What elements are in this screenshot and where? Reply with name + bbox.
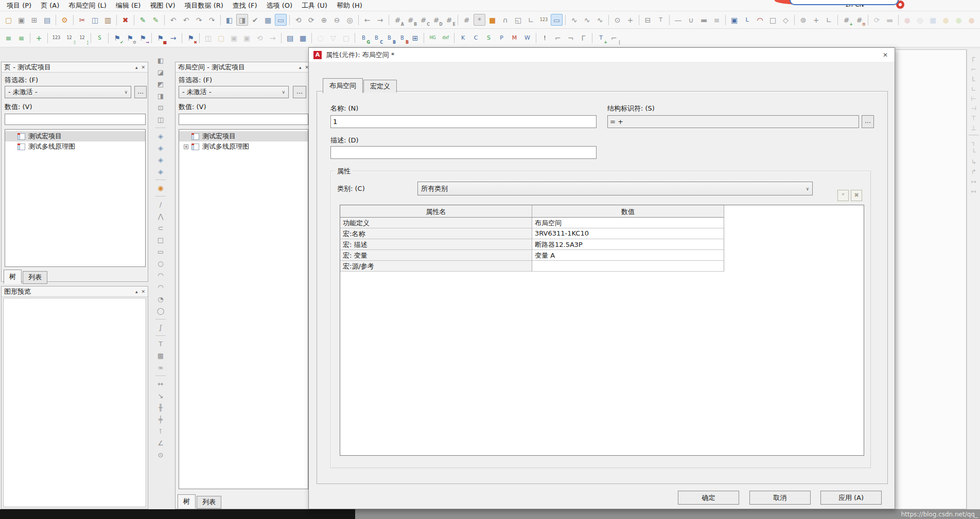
frame-corner-br-icon[interactable]: ∟ — [969, 84, 979, 94]
check-settings-icon[interactable]: ⚑⚙ — [124, 32, 136, 44]
magnet-snap-icon[interactable]: ∩ — [499, 14, 511, 26]
navigator-bc-icon[interactable]: BC — [371, 32, 382, 44]
line-tool-icon[interactable]: / — [154, 199, 167, 210]
pin-map-alt-icon[interactable]: ↤ — [969, 186, 979, 196]
layer-green-icon[interactable]: ● — [953, 14, 965, 26]
gem-view-2-icon[interactable]: ◈ — [154, 142, 167, 154]
filter-more-button[interactable]: … — [134, 86, 147, 98]
filter-dropdown[interactable]: - 未激活 - ∨ — [5, 86, 131, 98]
grid-size-d-icon[interactable]: #D — [430, 14, 442, 26]
hyperlink-tool-icon[interactable]: ∞ — [154, 362, 167, 373]
refresh-icon[interactable]: ⟲ — [292, 14, 304, 26]
table-row[interactable]: 宏: 描述断路器12.5A3P — [340, 239, 724, 250]
flat-bar-icon[interactable]: ▬ — [884, 14, 896, 26]
t-junction-icon[interactable]: ≡ — [711, 14, 723, 26]
connect-symbol-icon[interactable]: → — [167, 32, 179, 44]
route-corner-icon[interactable]: ┐ — [969, 137, 979, 147]
panel-title-bar[interactable]: 图形预览 ▴ ✕ — [2, 287, 148, 297]
spline-tool-icon[interactable]: ∫ — [154, 321, 167, 333]
frame-handles-icon[interactable]: ▣ — [728, 14, 740, 26]
gem-view-4-icon[interactable]: ◈ — [154, 166, 167, 177]
refresh-selected-icon[interactable]: ⟳ — [305, 14, 317, 26]
ok-button[interactable]: 确定 — [678, 491, 739, 505]
page-properties-icon[interactable]: ▣ — [228, 32, 240, 44]
stretch-points-icon[interactable]: + — [624, 14, 636, 26]
corner-nw-icon[interactable]: ¬ — [565, 32, 576, 44]
ghost-funnel-icon[interactable]: ▽ — [327, 32, 339, 44]
k-navigator-icon[interactable]: K — [457, 32, 469, 44]
grid-view-icon[interactable]: ▦ — [262, 14, 274, 26]
zoom-100-icon[interactable]: ◎ — [344, 14, 356, 26]
close-icon[interactable]: ✕ — [881, 51, 890, 59]
image-tool-icon[interactable]: ▦ — [154, 350, 167, 362]
check-block-icon[interactable]: ⚑■ — [154, 32, 166, 44]
tab-布局空间[interactable]: 布局空间 — [323, 78, 363, 93]
edge-node-icon[interactable]: ⌐| — [608, 32, 620, 44]
preview-canvas[interactable] — [3, 298, 146, 507]
settings-wrench-icon[interactable]: ⚙ — [59, 14, 71, 26]
table-row[interactable]: 宏: 变量变量 A — [340, 250, 724, 261]
value-input[interactable] — [179, 114, 308, 125]
layer-pink-icon[interactable]: ● — [901, 14, 913, 26]
snap-grid-icon[interactable]: * — [474, 14, 485, 26]
dxf-export-icon[interactable]: dxf — [440, 32, 451, 44]
interruption-point-icon[interactable]: ! — [539, 32, 551, 44]
p-navigator-icon[interactable]: P — [496, 32, 507, 44]
menu-item[interactable]: 编辑 (E) — [111, 0, 146, 11]
navigator-bb-alt-icon[interactable]: BB — [396, 32, 408, 44]
db-filter-icon[interactable]: ▦ — [297, 32, 309, 44]
grid-display-icon[interactable]: # — [461, 14, 472, 26]
layer-orange-icon[interactable]: ● — [966, 14, 977, 26]
open-icon[interactable]: ▣ — [15, 14, 27, 26]
pin-icon[interactable]: ▴ — [299, 65, 302, 70]
signal-forward-icon[interactable]: ∿ — [581, 14, 593, 26]
box-anchor-icon[interactable]: ◇ — [780, 14, 792, 26]
cut-icon[interactable]: ✂ — [76, 14, 88, 26]
text-box-icon[interactable]: T — [655, 14, 667, 26]
arc-3point-tool-icon[interactable]: ◠ — [154, 270, 167, 281]
view-cube-corner-icon[interactable]: ◫ — [154, 114, 167, 126]
frame-edge-top-icon[interactable]: ⊤ — [969, 113, 979, 123]
undo-history-icon[interactable]: ↶ — [180, 14, 192, 26]
table-row[interactable]: 功能定义布局空间 — [340, 218, 724, 228]
grid-size-a-icon[interactable]: #A — [392, 14, 404, 26]
nav-tree-collapse-icon[interactable]: ≡ — [3, 32, 14, 44]
corner-ne-icon[interactable]: ⌐ — [552, 32, 564, 44]
delete-icon[interactable]: ✖ — [119, 14, 131, 26]
tree-item[interactable]: 测试宏项目 — [5, 131, 145, 141]
grid-size-c-icon[interactable]: #C — [417, 14, 429, 26]
dim-baseline-icon[interactable]: ╪ — [154, 414, 167, 425]
align-objects-icon[interactable]: ■ — [486, 14, 498, 26]
box-outline-icon[interactable]: □ — [767, 14, 779, 26]
pin-icon[interactable]: ▴ — [135, 65, 138, 70]
structure-more-button[interactable]: … — [862, 115, 874, 128]
corner-handles-icon[interactable]: L — [741, 14, 753, 26]
device-numbering-icon[interactable]: 123 — [50, 32, 62, 44]
baseline-corner-icon[interactable]: ∟ — [823, 14, 835, 26]
view-cube-top-icon[interactable]: ⊡ — [154, 102, 167, 114]
navigator-bb-icon[interactable]: BB — [383, 32, 395, 44]
placement-pin-icon[interactable]: ⊚ — [797, 14, 809, 26]
redo-icon[interactable]: ↷ — [193, 14, 205, 26]
menu-item[interactable]: 查找 (F) — [228, 0, 262, 11]
frame-corner-tl-icon[interactable]: Γ — [969, 55, 979, 64]
input-box-icon[interactable]: ▭ — [551, 14, 563, 26]
apply-button[interactable]: 应用 (A) — [820, 491, 882, 505]
filter-dropdown[interactable]: - 未激活 - ∨ — [179, 86, 289, 98]
tree-item[interactable]: 测试宏项目 — [179, 131, 308, 141]
column-header[interactable]: 属性名 — [340, 205, 532, 218]
forward-icon[interactable]: → — [374, 14, 386, 26]
paste-icon[interactable]: ▥ — [102, 14, 114, 26]
tab-树[interactable]: 树 — [4, 270, 22, 284]
route-arrow-icon[interactable]: ↳ — [969, 157, 979, 167]
pin-icon[interactable]: ▴ — [135, 289, 138, 294]
text-tool-icon[interactable]: T — [154, 338, 167, 350]
format-brush-icon[interactable]: ✎ — [137, 14, 149, 26]
delete-property-button[interactable]: ✖ — [851, 190, 862, 201]
check-remove-icon[interactable]: ⚑✖ — [185, 32, 197, 44]
menu-item[interactable]: 帮助 (H) — [332, 0, 367, 11]
category-dropdown[interactable]: 所有类别 ∨ — [417, 182, 813, 195]
project-schedule-icon[interactable]: ⊞ — [28, 14, 40, 26]
dim-angle-icon[interactable]: ∠ — [154, 437, 167, 449]
route-corner-alt-icon[interactable]: └ — [969, 147, 979, 157]
